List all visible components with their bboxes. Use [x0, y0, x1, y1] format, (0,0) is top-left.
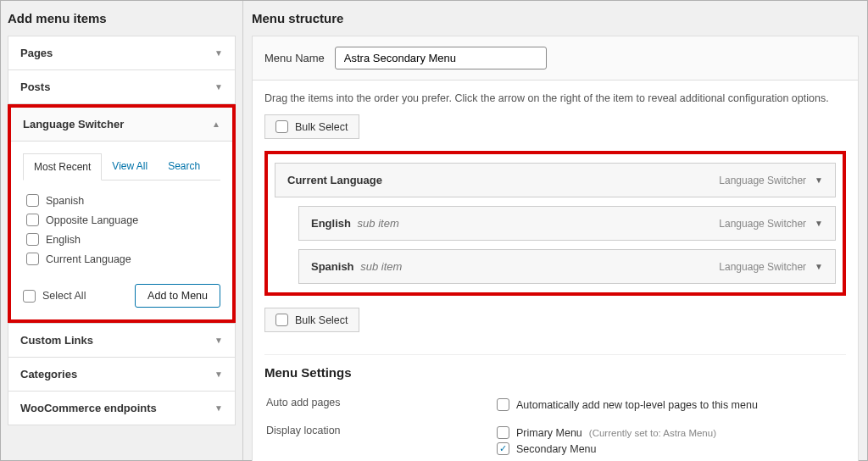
item-current-label: Current Language [46, 253, 131, 265]
menu-structure-panel: Menu structure Menu Name Drag the items … [243, 1, 867, 460]
display-location-label: Display location [266, 419, 495, 461]
item-spanish-label: Spanish [46, 195, 84, 207]
checkbox[interactable] [26, 214, 39, 226]
add-to-menu-button[interactable]: Add to Menu [135, 284, 220, 308]
menu-structure-body: Drag the items into the order you prefer… [252, 81, 859, 461]
accordion-categories-label: Categories [20, 368, 77, 380]
accordion-custom-links-label: Custom Links [20, 334, 93, 347]
bulk-select-label: Bulk Select [295, 121, 348, 133]
checkbox[interactable] [275, 120, 288, 133]
menu-structure-heading: Menu structure [252, 11, 859, 25]
checkbox[interactable] [26, 194, 39, 207]
checkbox[interactable] [23, 290, 36, 303]
menu-name-label: Menu Name [264, 52, 325, 64]
bulk-select-top[interactable]: Bulk Select [264, 114, 359, 139]
accordion-language-switcher[interactable]: Language Switcher ▲ [11, 108, 232, 142]
primary-menu-note: (Currently set to: Astra Menu) [589, 428, 716, 438]
accordion-pages-label: Pages [20, 47, 53, 59]
menu-settings-heading: Menu Settings [264, 365, 846, 380]
chevron-down-icon: ▼ [214, 369, 223, 379]
menu-item-spanish[interactable]: Spanish sub item Language Switcher ▼ [298, 249, 836, 284]
list-item[interactable]: Current Language [26, 249, 217, 269]
list-item[interactable]: English [26, 230, 217, 249]
auto-add-label: Auto add pages [266, 392, 495, 418]
auto-add-text: Automatically add new top-level pages to… [516, 399, 758, 411]
item-opposite-label: Opposite Language [46, 214, 138, 226]
select-all-row[interactable]: Select All [23, 286, 86, 306]
chevron-down-icon: ▼ [815, 219, 823, 228]
menu-item-title: Spanish [311, 260, 354, 273]
bulk-select-label: Bulk Select [295, 314, 348, 326]
chevron-down-icon: ▼ [214, 82, 223, 92]
checkbox[interactable] [275, 314, 288, 326]
menu-item-current-language[interactable]: Current Language Language Switcher ▼ [275, 163, 836, 197]
menu-name-input[interactable] [335, 47, 547, 69]
chevron-down-icon: ▼ [214, 403, 223, 413]
accordion-language-label: Language Switcher [23, 118, 124, 131]
list-item[interactable]: Opposite Language [26, 210, 217, 230]
accordion-woocommerce[interactable]: WooCommerce endpoints ▼ [8, 392, 235, 425]
select-all-label: Select All [42, 290, 86, 302]
accordion-custom-links[interactable]: Custom Links ▼ [8, 324, 235, 358]
menu-item-english[interactable]: English sub item Language Switcher ▼ [298, 206, 836, 241]
checkbox[interactable] [26, 233, 39, 246]
language-switcher-body: Most Recent View All Search Spanish Oppo… [11, 142, 232, 319]
menu-item-title: English [311, 217, 351, 230]
chevron-down-icon: ▼ [214, 336, 223, 345]
primary-menu-label: Primary Menu [516, 427, 582, 439]
checkbox[interactable] [497, 442, 509, 455]
secondary-menu-label: Secondary Menu [516, 443, 597, 455]
primary-menu-row[interactable]: Primary Menu (Currently set to: Astra Me… [497, 425, 844, 441]
add-items-heading: Add menu items [8, 11, 236, 25]
accordion-pages[interactable]: Pages ▼ [8, 36, 235, 70]
menu-item-type: Language Switcher [719, 218, 806, 230]
secondary-menu-row[interactable]: Secondary Menu [497, 441, 844, 457]
item-english-label: English [46, 234, 81, 246]
menu-item-subtext: sub item [358, 217, 399, 230]
list-item[interactable]: Spanish [26, 191, 217, 210]
chevron-down-icon: ▼ [815, 175, 823, 185]
auto-add-row[interactable]: Automatically add new top-level pages to… [497, 397, 844, 413]
highlighted-menu-items: Current Language Language Switcher ▼ Eng… [264, 151, 846, 296]
menu-item-type: Language Switcher [719, 261, 806, 273]
menu-name-row: Menu Name [252, 36, 859, 81]
chevron-down-icon: ▼ [214, 48, 223, 58]
chevron-down-icon: ▼ [815, 262, 823, 271]
menu-item-type: Language Switcher [719, 175, 806, 186]
instructions-text: Drag the items into the order you prefer… [264, 92, 846, 104]
checkbox[interactable] [497, 398, 509, 411]
menu-item-title: Current Language [287, 174, 382, 186]
menu-item-subtext: sub item [360, 260, 402, 273]
checkbox[interactable] [26, 253, 39, 265]
accordion-posts-label: Posts [20, 81, 50, 93]
tab-search[interactable]: Search [158, 153, 210, 180]
language-items-list: Spanish Opposite Language English Curren… [23, 191, 220, 275]
checkbox[interactable] [497, 426, 509, 439]
tab-view-all[interactable]: View All [102, 153, 158, 180]
accordion-posts[interactable]: Posts ▼ [8, 70, 235, 103]
add-menu-items-panel: Add menu items Pages ▼ Posts ▼ Language … [1, 1, 243, 460]
accordion-woo-label: WooCommerce endpoints [20, 402, 157, 414]
bulk-select-bottom[interactable]: Bulk Select [264, 308, 359, 332]
accordion-categories[interactable]: Categories ▼ [8, 358, 235, 392]
chevron-up-icon: ▲ [212, 119, 220, 129]
tab-most-recent[interactable]: Most Recent [23, 153, 102, 181]
